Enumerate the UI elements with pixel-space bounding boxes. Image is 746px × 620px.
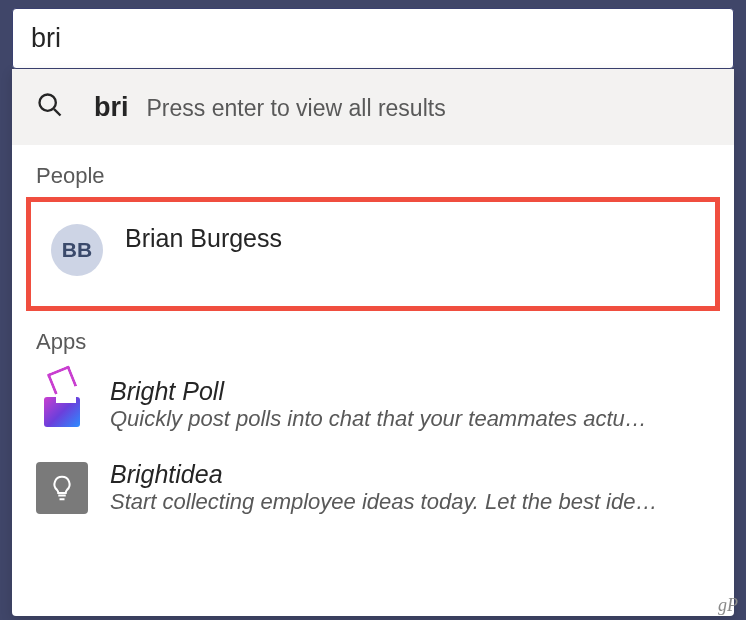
app-name: Brightidea: [110, 460, 710, 489]
app-desc: Start collecting employee ideas today. L…: [110, 489, 710, 515]
lightbulb-icon: [47, 473, 77, 503]
people-section-label: People: [12, 145, 734, 197]
app-result-brightidea[interactable]: Brightidea Start collecting employee ide…: [12, 446, 734, 529]
highlighted-result: BB Brian Burgess: [26, 197, 720, 311]
svg-point-0: [40, 95, 56, 111]
press-enter-hint: Press enter to view all results: [147, 95, 446, 122]
person-result-brian-burgess[interactable]: BB Brian Burgess: [31, 202, 715, 306]
watermark: gP: [718, 595, 738, 616]
result-text: Brian Burgess: [125, 224, 701, 253]
search-term-bold: bri: [94, 92, 129, 123]
result-text: Brightidea Start collecting employee ide…: [110, 460, 710, 515]
search-dropdown: bri Press enter to view all results Peop…: [12, 69, 734, 616]
view-all-text: bri Press enter to view all results: [94, 92, 446, 123]
search-input[interactable]: [31, 23, 715, 54]
person-name: Brian Burgess: [125, 224, 701, 253]
app-name: Bright Poll: [110, 377, 710, 406]
avatar-initials: BB: [62, 238, 92, 262]
search-icon: [36, 91, 64, 123]
avatar: BB: [51, 224, 103, 276]
apps-section-label: Apps: [12, 311, 734, 363]
result-text: Bright Poll Quickly post polls into chat…: [110, 377, 710, 432]
brightidea-icon: [36, 462, 88, 514]
bright-poll-icon: [36, 379, 88, 431]
svg-line-1: [54, 109, 60, 115]
app-desc: Quickly post polls into chat that your t…: [110, 406, 710, 432]
view-all-results-row[interactable]: bri Press enter to view all results: [12, 69, 734, 145]
app-result-bright-poll[interactable]: Bright Poll Quickly post polls into chat…: [12, 363, 734, 446]
search-box[interactable]: [12, 8, 734, 69]
